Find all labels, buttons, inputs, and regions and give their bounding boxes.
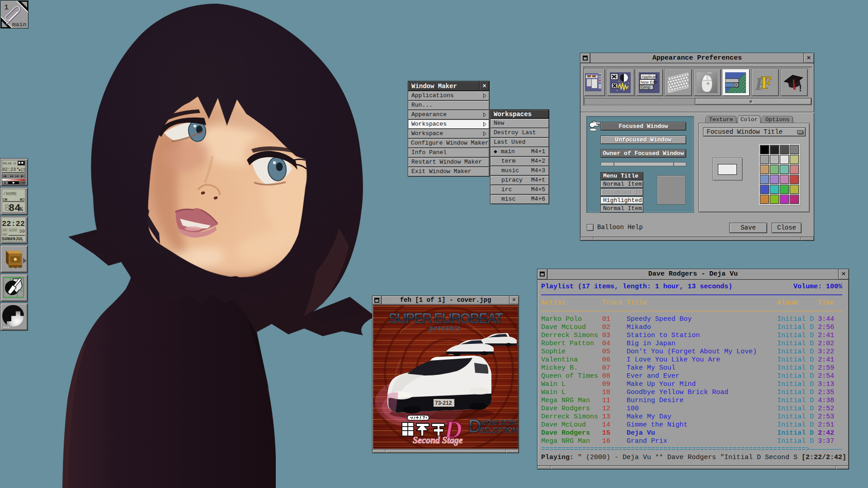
svg-text:AM: AM [3, 229, 6, 232]
svg-text:ALRM: ALRM [9, 229, 17, 232]
svg-text:39: 39 [19, 229, 25, 234]
svg-text:F: F [761, 72, 772, 93]
svg-text:presents: presents [429, 324, 461, 332]
svg-text:NON-STOP: NON-STOP [481, 419, 516, 427]
svg-text:15: 15 [20, 168, 26, 173]
svg-text:84: 84 [9, 203, 20, 214]
svg-text:Second Stage: Second Stage [413, 435, 463, 446]
svg-text:/HOME: /HOME [3, 192, 17, 197]
svg-text:02:23: 02:23 [2, 167, 16, 172]
svg-text:1: 1 [4, 3, 9, 12]
svg-text:DEJA U: DEJA U [3, 161, 16, 165]
svg-text:Applicati: Applicati [642, 75, 657, 79]
svg-text:main: main [12, 21, 26, 28]
svg-text:!: ! [799, 83, 802, 93]
svg-text:%: % [19, 206, 23, 213]
svg-text:73-212: 73-212 [435, 400, 452, 406]
svg-text:SUN09JUL: SUN09JUL [2, 237, 24, 242]
svg-text:Gimp: Gimp [641, 85, 651, 89]
svg-text:22:22: 22:22 [2, 220, 25, 228]
svg-text:PM: PM [3, 233, 6, 237]
svg-text:SELECTION: SELECTION [480, 427, 518, 434]
svg-text:New Entr: New Entr [641, 80, 657, 84]
